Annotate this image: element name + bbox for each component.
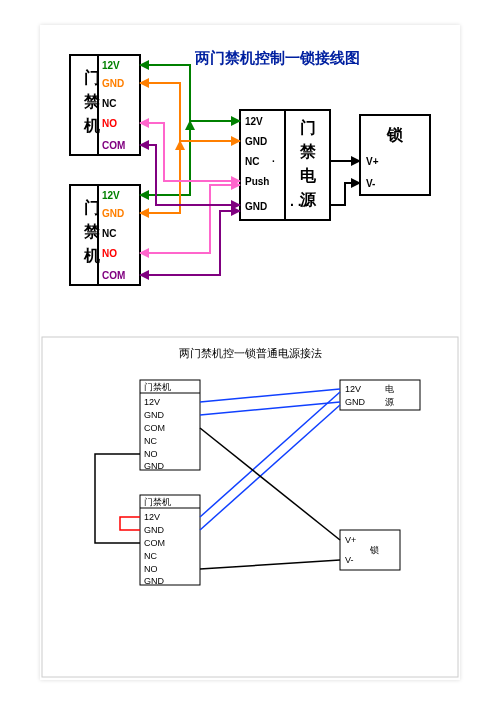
ps-n3: 电 <box>300 167 317 184</box>
power-supply: 门 禁 电 源 12V GND NC Push GND · · · · <box>240 110 330 220</box>
d2-ac1-g2: GND <box>144 461 165 471</box>
ac2-name-1: 门 <box>84 198 100 216</box>
diagram-1: 两门禁机控制一锁接线图 门 禁 机 12V GND NC NO COM 门 禁 … <box>40 25 460 335</box>
d2-ac1-nc: NC <box>144 436 157 446</box>
lock-vm: V- <box>366 178 375 189</box>
ac2-name-3: 机 <box>83 247 100 264</box>
ac2-12v: 12V <box>102 190 120 201</box>
d2-ps-gnd: GND <box>345 397 366 407</box>
d2-ac2-name: 门禁机 <box>144 497 171 507</box>
diagram-2: 两门禁机控一锁普通电源接法 门禁机 12V GND COM NC NO GND … <box>40 335 460 680</box>
ps-dots: · · · <box>290 197 309 213</box>
ac2-nc: NC <box>102 228 116 239</box>
ps-dots-nc: · <box>272 156 275 167</box>
lock-name: 锁 <box>386 126 403 143</box>
ps-12v: 12V <box>245 116 263 127</box>
diagram1-title: 两门禁机控制一锁接线图 <box>194 49 360 66</box>
d2-ac2-12v: 12V <box>144 512 160 522</box>
d2-ps-name1: 电 <box>385 384 394 394</box>
access-controller-1: 门 禁 机 12V GND NC NO COM <box>70 55 140 155</box>
d2-lock: V+ V- 锁 <box>340 530 400 570</box>
lock-vp: V+ <box>366 156 379 167</box>
d2-ps-name2: 源 <box>385 397 394 407</box>
d2-ac2-com: COM <box>144 538 165 548</box>
ac1-gnd: GND <box>102 78 124 89</box>
ac2-name-2: 禁 <box>83 223 101 240</box>
d2-ac2-nc: NC <box>144 551 157 561</box>
page: 两门禁机控制一锁接线图 门 禁 机 12V GND NC NO COM 门 禁 … <box>40 25 460 680</box>
d2-lock-vp: V+ <box>345 535 356 545</box>
ps-n1: 门 <box>300 118 316 136</box>
ps-n2: 禁 <box>299 143 317 160</box>
d2-ps: 12V GND 电 源 <box>340 380 420 410</box>
d2-ac1-gnd: GND <box>144 410 165 420</box>
ac1-name-1: 门 <box>84 68 100 86</box>
ps-nc: NC <box>245 156 259 167</box>
d2-ac1: 门禁机 12V GND COM NC NO GND <box>140 380 200 471</box>
ac1-com: COM <box>102 140 125 151</box>
ac1-name-2: 禁 <box>83 93 101 110</box>
d2-ac1-name: 门禁机 <box>144 382 171 392</box>
diagram2-title: 两门禁机控一锁普通电源接法 <box>179 347 322 359</box>
wires-d2 <box>95 389 340 569</box>
d2-ac1-no: NO <box>144 449 158 459</box>
d2-ac2-g2: GND <box>144 576 165 586</box>
ac2-com: COM <box>102 270 125 281</box>
wires-d1 <box>140 65 360 275</box>
ac1-name-3: 机 <box>83 117 100 134</box>
d2-ps-12v: 12V <box>345 384 361 394</box>
ac1-no: NO <box>102 118 117 129</box>
d2-ac1-12v: 12V <box>144 397 160 407</box>
d2-ac2-gnd: GND <box>144 525 165 535</box>
d2-ac2-no: NO <box>144 564 158 574</box>
ac2-no: NO <box>102 248 117 259</box>
ac2-gnd: GND <box>102 208 124 219</box>
svg-rect-7 <box>42 337 458 677</box>
ps-gnd: GND <box>245 136 267 147</box>
ps-gnd2: GND <box>245 201 267 212</box>
ac1-nc: NC <box>102 98 116 109</box>
ac1-12v: 12V <box>102 60 120 71</box>
d2-lock-vm: V- <box>345 555 354 565</box>
ps-push: Push <box>245 176 269 187</box>
lock: 锁 V+ V- <box>360 115 430 195</box>
access-controller-2: 门 禁 机 12V GND NC NO COM <box>70 185 140 285</box>
d2-lock-name: 锁 <box>369 545 379 555</box>
d2-ac1-com: COM <box>144 423 165 433</box>
d2-ac2: 门禁机 12V GND COM NC NO GND <box>140 495 200 586</box>
